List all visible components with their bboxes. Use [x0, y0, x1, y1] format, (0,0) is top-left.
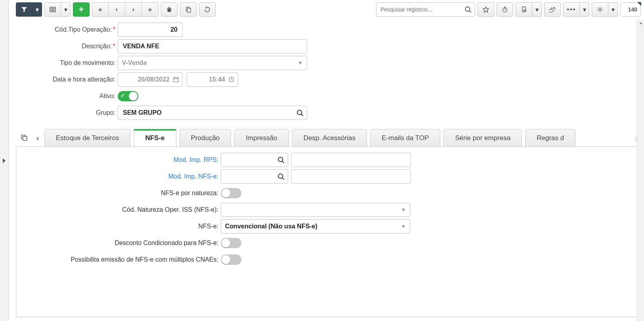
svg-line-21 — [301, 114, 303, 116]
nav-prev-button[interactable]: ‹ — [109, 2, 125, 17]
mod-imp-rps-code-field[interactable] — [221, 153, 288, 167]
grid-view-caret[interactable]: ▾ — [61, 2, 71, 17]
file-export-icon — [521, 6, 527, 13]
svg-point-7 — [465, 7, 470, 11]
label-tipo-movimento: Tipo de movimento: — [16, 59, 118, 66]
table-icon — [50, 6, 56, 13]
label-multiplos-cnae: Possibilita emissão de NFS-e com múltipl… — [20, 256, 221, 263]
tab-impress-o[interactable]: Impressão — [234, 129, 289, 146]
header-form: Cód.Tipo Operação:* Descrição:* Tipo de … — [16, 19, 644, 122]
descricao-field[interactable] — [118, 39, 307, 53]
desconto-cond-toggle[interactable] — [221, 238, 241, 248]
hora-alteracao-field[interactable] — [187, 72, 238, 87]
svg-point-20 — [297, 110, 302, 114]
grupo-field[interactable] — [118, 106, 307, 120]
copy-button[interactable] — [180, 2, 197, 17]
svg-rect-0 — [50, 7, 55, 12]
main-toolbar: ▾ ▾ + « ‹ › » — [16, 0, 644, 19]
settings-button[interactable] — [592, 2, 608, 17]
export-button[interactable] — [516, 2, 532, 17]
tab-estoque-de-terceiros[interactable]: Estoque de Terceiros — [44, 129, 130, 146]
delete-button[interactable] — [161, 2, 178, 17]
attachment-button[interactable] — [544, 2, 561, 17]
favorite-button[interactable] — [478, 2, 494, 17]
more-actions-caret[interactable]: ▾ — [580, 2, 589, 17]
scroll-up-icon — [639, 21, 643, 25]
copy-icon — [185, 6, 191, 13]
data-alteracao-input[interactable] — [122, 76, 178, 84]
tab-desp-acess-rias[interactable]: Desp. Acessórias — [292, 129, 367, 146]
grid-view-button[interactable] — [44, 2, 61, 17]
stopwatch-icon — [502, 6, 508, 13]
settings-caret[interactable]: ▾ — [608, 2, 618, 17]
duplicate-icon — [21, 134, 28, 141]
grupo-input[interactable] — [122, 109, 303, 117]
cod-natureza-iss-select[interactable]: ▼ — [221, 203, 410, 217]
nfse-por-natureza-toggle[interactable] — [221, 188, 241, 198]
cod-tipo-operacao-field[interactable] — [118, 23, 183, 37]
data-alteracao-field[interactable] — [118, 72, 183, 87]
multiplos-cnae-toggle[interactable] — [221, 255, 241, 265]
label-ativo: Ativo: — [16, 93, 118, 100]
lookup-icon[interactable] — [277, 156, 285, 163]
add-button[interactable]: + — [73, 2, 90, 17]
filter-button[interactable] — [16, 2, 32, 17]
refresh-button[interactable] — [199, 2, 216, 17]
label-nfse: NFS-e: — [20, 223, 221, 230]
timer-button[interactable] — [497, 2, 513, 17]
tab-copy-button[interactable] — [17, 129, 31, 146]
mod-imp-nfse-code-field[interactable] — [221, 169, 288, 184]
tab-e-mails-da-top[interactable]: E-mails da TOP — [370, 129, 440, 146]
mod-imp-rps-desc-field[interactable] — [291, 153, 411, 167]
label-cod-natureza-iss: Cód. Natureza Oper. ISS (NFS-e): — [20, 206, 221, 213]
mod-imp-nfse-desc-field[interactable] — [291, 169, 411, 184]
export-caret[interactable]: ▾ — [532, 2, 542, 17]
tab-regras-d[interactable]: Regras d — [525, 129, 575, 146]
tab-produ-o[interactable]: Produção — [180, 129, 231, 146]
tipo-movimento-select[interactable]: V-Venda ▼ — [118, 56, 307, 70]
svg-line-19 — [231, 80, 233, 80]
nav-next-button[interactable]: › — [125, 2, 142, 17]
nav-last-button[interactable]: » — [142, 2, 159, 17]
label-data-hora-alteracao: Data e hora alteração: — [16, 76, 118, 83]
lookup-icon[interactable] — [277, 173, 285, 180]
more-actions-button[interactable]: ••• — [563, 2, 580, 17]
mod-imp-nfse-code-input[interactable] — [225, 173, 284, 180]
record-count-box[interactable]: 140 — [620, 2, 641, 17]
label-desconto-cond: Desconto Condicionado para NFS-e: — [20, 239, 221, 247]
label-descricao: Descrição:* — [16, 43, 118, 50]
descricao-input[interactable] — [122, 42, 303, 50]
label-grupo: Grupo: — [16, 109, 118, 116]
hora-alteracao-input[interactable] — [191, 76, 234, 84]
paperclip-icon — [549, 6, 556, 13]
gear-icon — [597, 6, 603, 13]
lookup-icon[interactable] — [296, 109, 304, 116]
mod-imp-rps-desc-input[interactable] — [296, 156, 407, 164]
filter-menu-caret[interactable]: ▾ — [32, 2, 42, 17]
mod-imp-nfse-desc-input[interactable] — [296, 173, 407, 180]
trash-icon — [166, 6, 172, 13]
right-scrollbar[interactable] — [637, 20, 644, 321]
nav-first-button[interactable]: « — [92, 2, 109, 17]
tipo-movimento-value: V-Venda — [122, 59, 147, 66]
label-mod-imp-rps[interactable]: Mod. Imp. RPS: — [20, 156, 221, 163]
search-records-box[interactable] — [376, 2, 475, 17]
label-cod-tipo-operacao: Cód.Tipo Operação:* — [16, 26, 118, 33]
cod-tipo-operacao-input[interactable] — [122, 26, 178, 34]
nfse-select[interactable]: Convencional (Não usa NFS-e) ▼ — [221, 219, 410, 234]
tab-nfs-e[interactable]: NFS-e — [134, 129, 176, 146]
search-icon — [464, 6, 472, 13]
left-expand-rail[interactable] — [0, 0, 9, 321]
label-mod-imp-nfse[interactable]: Mod. Imp. NFS-e: — [20, 173, 221, 180]
ativo-toggle[interactable] — [118, 91, 138, 101]
expand-right-icon — [3, 158, 6, 163]
clock-icon — [228, 76, 235, 83]
tab-s-rie-por-empresa[interactable]: Série por empresa — [443, 129, 522, 146]
label-nfse-por-natureza: NFS-e por natureza: — [20, 190, 221, 197]
tab-scroll-left[interactable]: ‹ — [31, 129, 44, 146]
mod-imp-rps-code-input[interactable] — [225, 156, 284, 164]
refresh-icon — [204, 6, 210, 13]
nfse-value: Convencional (Não usa NFS-e) — [225, 223, 317, 230]
search-input[interactable] — [380, 6, 464, 13]
svg-rect-23 — [23, 137, 27, 141]
